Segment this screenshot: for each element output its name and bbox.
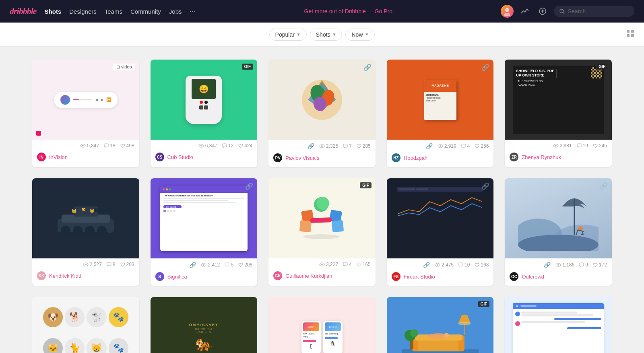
view-count: 1,186 xyxy=(555,262,574,268)
comment-count: 19 xyxy=(577,143,588,149)
shot-thumbnail: The values that hold us true and to acco… xyxy=(151,178,258,258)
like-count: 172 xyxy=(593,262,607,268)
upload-button[interactable] xyxy=(536,5,549,18)
author-avatar[interactable]: KK xyxy=(37,271,46,280)
svg-rect-38 xyxy=(60,232,108,235)
author-name[interactable]: InVision xyxy=(49,154,68,160)
svg-rect-23 xyxy=(343,144,347,147)
like-count: 165 xyxy=(357,262,371,267)
analytics-button[interactable] xyxy=(518,5,531,18)
shot-card[interactable]: MAGAZINE EDITORIAL Featured Design Issue… xyxy=(387,60,494,167)
promo-link[interactable]: Get more out of Dribbble — Go Pro xyxy=(304,8,392,14)
author-avatar[interactable]: GK xyxy=(273,271,282,280)
popular-filter[interactable]: Popular ▼ xyxy=(269,29,307,41)
link-icon: 🔗 xyxy=(426,143,433,149)
shot-stats: 6,847 12 424 xyxy=(151,140,258,151)
grid-toggle-button[interactable] xyxy=(626,29,634,39)
shot-author: KK Kendrick Kidd xyxy=(32,270,139,285)
author-avatar[interactable]: CS xyxy=(155,153,164,161)
author-name[interactable]: Fireart Studio xyxy=(404,274,435,280)
author-name[interactable]: Zhenya Rynzhuk xyxy=(522,154,561,160)
shot-card[interactable]: 🔗 🔗 1,186 9 172 OC Outcrowd xyxy=(505,178,612,286)
chevron-down-icon: ▼ xyxy=(297,32,301,37)
svg-rect-47 xyxy=(225,263,229,266)
view-count: 2,527 xyxy=(83,262,102,267)
shot-thumbnail: OMMISSARY BARBER & BARISTA 🐅 xyxy=(151,297,258,353)
shot-card[interactable]: ◀▶⏩ ⊡ video 5,847 18 498 IN InVision xyxy=(32,60,139,167)
nav-jobs[interactable]: Jobs xyxy=(169,8,182,15)
shot-thumbnail: 🔗 xyxy=(268,60,376,140)
nav-teams[interactable]: Teams xyxy=(105,8,122,15)
link-icon: 🔗 xyxy=(423,262,430,268)
like-count: 285 xyxy=(357,143,371,149)
svg-rect-33 xyxy=(94,208,114,212)
nav-designers[interactable]: Designers xyxy=(69,8,97,15)
author-avatar[interactable]: OC xyxy=(510,272,518,281)
svg-point-68 xyxy=(557,264,559,266)
nav-community[interactable]: Community xyxy=(130,8,161,15)
svg-rect-49 xyxy=(299,220,312,232)
shot-card[interactable]: The values that hold us true and to acco… xyxy=(151,178,258,286)
shot-card[interactable]: GIF 3,227 4 165 GK Guillaume Kurkdjian xyxy=(268,178,376,286)
author-name[interactable]: Pavlov Visuals xyxy=(285,155,319,161)
shot-author: PV Pavlov Visuals xyxy=(268,152,376,167)
svg-point-60 xyxy=(437,264,438,266)
svg-rect-54 xyxy=(310,217,332,223)
comment-count: 4 xyxy=(461,143,470,149)
svg-rect-51 xyxy=(332,220,344,232)
like-count: 424 xyxy=(238,143,252,149)
author-avatar[interactable]: FS xyxy=(392,272,400,281)
svg-point-3 xyxy=(560,9,564,13)
filter-bar: Popular ▼ Shots ▼ Now ▼ xyxy=(0,23,644,47)
shot-card[interactable]: 🐶 🐕 🐩 🐾 🐱 🐈 😸 🐾 1,890 6 145 xyxy=(32,297,139,353)
author-avatar[interactable]: S xyxy=(155,272,164,281)
search-input[interactable] xyxy=(568,8,624,14)
author-name[interactable]: Cub Studio xyxy=(167,154,193,160)
svg-rect-61 xyxy=(459,263,463,266)
author-avatar[interactable]: ZR xyxy=(510,153,518,161)
main-content: ◀▶⏩ ⊡ video 5,847 18 498 IN InVision xyxy=(0,47,644,353)
svg-point-1 xyxy=(504,13,510,16)
shot-thumbnail xyxy=(505,297,612,353)
shot-card[interactable]: 🔗 🔗 2,325 7 285 PV Pavlov Visuals xyxy=(268,60,376,167)
comment-count: 4 xyxy=(343,262,352,267)
svg-rect-7 xyxy=(627,34,630,37)
nav-more-button[interactable]: ··· xyxy=(190,7,196,16)
time-filter[interactable]: Now ▼ xyxy=(345,29,375,41)
shot-card[interactable]: 🔗 🔗 2,475 10 168 FS Fireart Studio xyxy=(387,178,494,286)
shots-filter[interactable]: Shots ▼ xyxy=(310,29,343,41)
svg-point-53 xyxy=(316,197,329,210)
author-avatar[interactable]: IN xyxy=(37,153,46,161)
view-count: 2,412 xyxy=(201,262,220,268)
shot-card[interactable]: 1,987 14 267 NO Norde xyxy=(505,297,612,353)
shot-card[interactable]: OMMISSARY BARBER & BARISTA 🐅 3,102 11 28… xyxy=(151,297,258,353)
svg-text:🐱: 🐱 xyxy=(82,207,86,211)
author-avatar[interactable]: PV xyxy=(273,153,282,162)
shot-card[interactable]: Explore New Place & Enjoy 🚶‍♀️ Better to… xyxy=(268,297,376,353)
svg-rect-26 xyxy=(462,144,466,147)
author-name[interactable]: Hoodzpah xyxy=(404,155,427,161)
shot-card[interactable]: 😄 GIF 6,847 12 424 CS xyxy=(151,60,258,167)
shot-thumbnail: SHOWFIELD S.S. POP UP OWN STORE THE SHOW… xyxy=(505,60,612,140)
like-count: 256 xyxy=(475,143,489,149)
shot-card[interactable]: 🐱 🐱 🐱 2,527 8 203 KK Kendrick Kidd xyxy=(32,178,139,286)
nav-shots[interactable]: Shots xyxy=(45,8,62,15)
site-logo[interactable]: dribbble xyxy=(10,6,37,17)
author-name[interactable]: Significa xyxy=(167,274,187,280)
shot-stats: 🔗 2,325 7 285 xyxy=(268,140,376,152)
shot-card[interactable]: GIF 2,104 7 198 LP Luka Pxl xyxy=(387,297,494,353)
shot-thumbnail: MAGAZINE EDITORIAL Featured Design Issue… xyxy=(387,60,494,140)
comment-count: 7 xyxy=(343,143,352,149)
author-avatar[interactable]: HZ xyxy=(392,153,400,162)
shot-thumbnail: GIF xyxy=(387,297,494,353)
author-name[interactable]: Outcrowd xyxy=(522,274,544,280)
shot-author: CS Cub Studio xyxy=(151,151,258,166)
shot-card[interactable]: SHOWFIELD S.S. POP UP OWN STORE THE SHOW… xyxy=(505,60,612,167)
svg-point-46 xyxy=(203,264,204,266)
author-name[interactable]: Kendrick Kidd xyxy=(49,273,81,279)
svg-text:🐱: 🐱 xyxy=(90,208,95,213)
shot-author: ZR Zhenya Rynzhuk xyxy=(505,151,612,166)
author-name[interactable]: Guillaume Kurkdjian xyxy=(285,273,332,279)
user-avatar[interactable] xyxy=(501,5,514,18)
navbar: dribbble Shots Designers Teams Community… xyxy=(0,0,644,23)
